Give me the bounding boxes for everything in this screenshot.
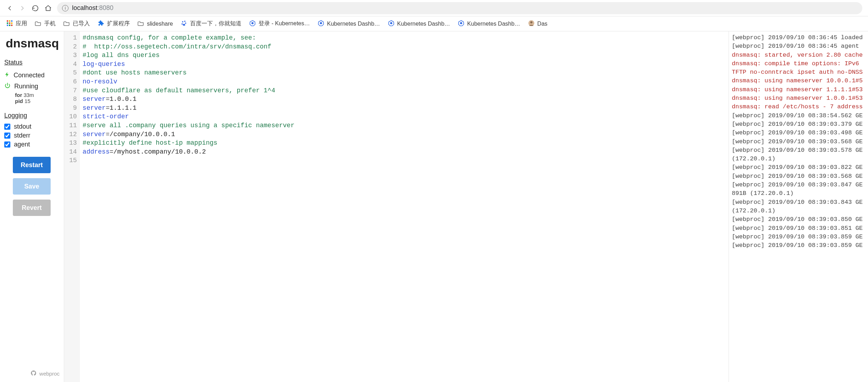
bookmark-kube-dash-3[interactable]: Kubernetes Dashb… xyxy=(458,20,520,28)
bolt-icon xyxy=(4,71,10,79)
baidu-icon xyxy=(181,20,187,28)
log-line: [webproc] 2019/09/10 08:39:03.568 GE xyxy=(732,138,865,146)
code-line[interactable]: #dont use hosts nameservers xyxy=(83,68,295,77)
gutter-number: 1 xyxy=(69,33,77,42)
code-line[interactable]: # http://oss.segetech.com/intra/srv/dnsm… xyxy=(83,42,295,51)
code-line[interactable]: no-resolv xyxy=(83,77,295,86)
checkbox-label: stderr xyxy=(14,132,30,139)
gutter-number: 5 xyxy=(69,68,77,77)
log-line: 891B (172.20.0.1) xyxy=(732,189,865,198)
checkbox-stderr-input[interactable] xyxy=(4,133,10,139)
bookmark-label: 已导入 xyxy=(73,20,90,27)
gutter-number: 6 xyxy=(69,77,77,86)
site-info-icon[interactable]: i xyxy=(62,5,68,11)
code-line[interactable]: #use cloudflare as default nameservers, … xyxy=(83,86,295,95)
app-title: dnsmasq xyxy=(6,36,60,50)
bookmark-label: 扩展程序 xyxy=(107,20,130,27)
footer-label: webproc xyxy=(39,371,60,377)
bookmark-label: 百度一下，你就知道 xyxy=(190,20,241,27)
log-line: [webproc] 2019/09/10 08:36:45 loaded xyxy=(732,33,865,42)
kubernetes-icon xyxy=(458,20,464,28)
status-heading: Status xyxy=(4,59,60,66)
log-line: [webproc] 2019/09/10 08:39:03.850 GE xyxy=(732,215,865,224)
code-line[interactable]: #dnsmasq config, for a complete example,… xyxy=(83,33,295,42)
gutter-number: 10 xyxy=(69,112,77,121)
code-line[interactable]: #explicitly define host-ip mappings xyxy=(83,139,295,148)
checkbox-label: stdout xyxy=(14,123,31,130)
gutter-number: 9 xyxy=(69,104,77,113)
checkbox-stdout[interactable]: stdout xyxy=(4,123,60,130)
svg-point-18 xyxy=(390,22,392,24)
button-column: Restart Save Revert xyxy=(13,157,51,216)
running-label: Running xyxy=(14,83,38,90)
checkbox-stdout-input[interactable] xyxy=(4,124,10,130)
bookmark-kube-dash-1[interactable]: Kubernetes Dashb… xyxy=(318,20,380,28)
log-line: dnsmasq: read /etc/hosts - 7 address xyxy=(732,103,865,111)
connected-label: Connected xyxy=(14,72,45,79)
bookmark-folder-slideshare[interactable]: slideshare xyxy=(138,20,173,27)
bookmark-avatar[interactable]: Das xyxy=(528,20,547,28)
gutter-number: 12 xyxy=(69,130,77,139)
log-line: [webproc] 2019/09/10 08:39:03.843 GE xyxy=(732,198,865,207)
bookmark-kube-login[interactable]: 登录 - Kubernetes… xyxy=(249,20,310,28)
svg-rect-3 xyxy=(7,22,8,24)
svg-point-9 xyxy=(182,21,183,22)
log-line: [webproc] 2019/09/10 08:39:03.847 GE xyxy=(732,181,865,189)
code-line[interactable] xyxy=(83,156,295,165)
gutter-number: 2 xyxy=(69,42,77,51)
url-host: localhost xyxy=(72,4,97,11)
checkbox-agent[interactable]: agent xyxy=(4,141,60,148)
code-line[interactable]: server=/company/10.0.0.1 xyxy=(83,130,295,139)
svg-rect-1 xyxy=(9,20,10,22)
bookmark-folder-phone[interactable]: 手机 xyxy=(35,20,56,27)
kubernetes-icon xyxy=(388,20,394,28)
gutter-number: 3 xyxy=(69,51,77,60)
status-pid: pid 15 xyxy=(15,98,60,104)
kubernetes-icon xyxy=(249,20,256,28)
log-pane[interactable]: [webproc] 2019/09/10 08:36:45 loaded[web… xyxy=(729,31,868,382)
code-line[interactable]: log-queries xyxy=(83,60,295,69)
config-editor[interactable]: 123456789101112131415 #dnsmasq config, f… xyxy=(64,31,729,382)
checkbox-stderr[interactable]: stderr xyxy=(4,132,60,139)
code-line[interactable]: strict-order xyxy=(83,112,295,121)
bookmark-label: Das xyxy=(537,21,547,27)
editor-code[interactable]: #dnsmasq config, for a complete example,… xyxy=(80,31,297,382)
gutter-number: 13 xyxy=(69,139,77,148)
bookmark-folder-imported[interactable]: 已导入 xyxy=(63,20,90,27)
svg-point-11 xyxy=(182,23,183,25)
bookmark-kube-dash-2[interactable]: Kubernetes Dashb… xyxy=(388,20,450,28)
bookmark-label: Kubernetes Dashb… xyxy=(397,21,450,27)
code-line[interactable]: server=1.1.1.1 xyxy=(83,104,295,113)
gutter-number: 15 xyxy=(69,156,77,165)
home-icon[interactable] xyxy=(44,4,52,12)
code-line[interactable]: address=/myhost.company/10.0.0.2 xyxy=(83,148,295,156)
restart-button[interactable]: Restart xyxy=(13,157,51,173)
svg-rect-6 xyxy=(7,25,8,26)
bookmark-baidu[interactable]: 百度一下，你就知道 xyxy=(181,20,241,28)
reload-icon[interactable] xyxy=(31,4,39,12)
bookmark-extensions[interactable]: 扩展程序 xyxy=(98,20,130,28)
sidebar-footer[interactable]: webproc xyxy=(4,367,60,378)
status-connected: Connected xyxy=(4,71,60,79)
log-line: [webproc] 2019/09/10 08:38:54.562 GE xyxy=(732,112,865,120)
log-line: [webproc] 2019/09/10 08:39:03.379 GE xyxy=(732,120,865,129)
log-line: (172.20.0.1) xyxy=(732,207,865,215)
svg-point-14 xyxy=(252,22,254,24)
svg-rect-2 xyxy=(11,20,12,22)
back-icon[interactable] xyxy=(6,4,14,12)
checkbox-agent-input[interactable] xyxy=(4,141,10,148)
log-line: (172.20.0.1) xyxy=(732,155,865,163)
code-line[interactable]: server=1.0.0.1 xyxy=(83,95,295,104)
forward-icon xyxy=(19,4,26,12)
code-line[interactable]: #serve all .company queries using a spec… xyxy=(83,121,295,130)
log-line: [webproc] 2019/09/10 08:39:03.859 GE xyxy=(732,233,865,241)
code-line[interactable]: #log all dns queries xyxy=(83,51,295,60)
bookmark-apps[interactable]: 应用 xyxy=(6,20,27,28)
log-line: [webproc] 2019/09/10 08:39:03.851 GE xyxy=(732,224,865,233)
bookmark-label: Kubernetes Dashb… xyxy=(327,21,380,27)
logging-heading: Logging xyxy=(4,112,60,119)
gutter-number: 11 xyxy=(69,121,77,130)
gutter-number: 14 xyxy=(69,148,77,156)
power-icon xyxy=(4,82,11,91)
address-bar[interactable]: i localhost:8080 xyxy=(57,2,862,14)
